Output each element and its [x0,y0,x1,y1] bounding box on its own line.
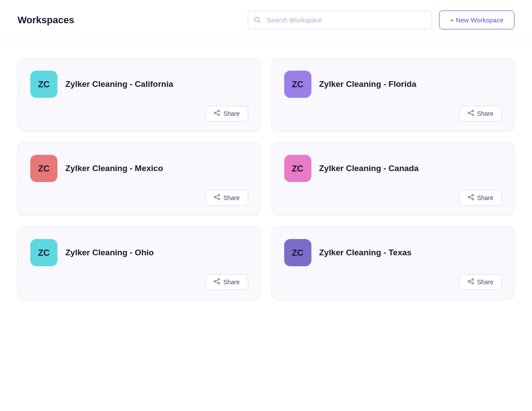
workspace-name: Zylker Cleaning - California [65,79,173,89]
workspace-card-top: ZC Zylker Cleaning - Florida [284,71,502,98]
workspace-card-top: ZC Zylker Cleaning - California [30,71,248,98]
workspace-avatar: ZC [284,239,311,266]
workspace-initials: ZC [292,248,303,258]
workspace-card-bottom: Share [30,182,248,206]
svg-line-10 [469,111,472,113]
share-icon [468,278,474,286]
share-button[interactable]: Share [459,106,502,122]
workspace-card-bottom: Share [284,182,502,206]
share-icon [468,194,474,202]
svg-line-15 [216,196,218,197]
share-label: Share [477,110,493,117]
share-label: Share [223,279,239,286]
share-button[interactable]: Share [459,274,502,290]
svg-line-6 [216,113,218,114]
svg-line-25 [216,280,218,281]
workspace-initials: ZC [38,248,50,258]
share-label: Share [223,110,239,117]
svg-line-20 [469,196,472,197]
workspace-avatar: ZC [284,71,311,98]
share-label: Share [223,194,239,201]
workspace-avatar: ZC [284,155,311,182]
search-container [248,11,432,29]
workspace-card-ohio: ZC Zylker Cleaning - Ohio S [18,226,261,300]
workspace-avatar: ZC [30,71,57,98]
workspace-avatar: ZC [30,239,57,266]
workspace-card-california: ZC Zylker Cleaning - California [18,58,261,132]
share-icon [214,194,220,202]
share-icon [468,110,474,118]
workspace-name: Zylker Cleaning - Florida [319,79,417,89]
workspace-name: Zylker Cleaning - Ohio [65,248,154,257]
workspace-card-top: ZC Zylker Cleaning - Texas [284,239,502,266]
workspace-initials: ZC [292,79,303,89]
share-button[interactable]: Share [205,274,248,290]
svg-line-1 [259,21,261,23]
workspace-card-canada: ZC Zylker Cleaning - Canada [271,142,515,216]
svg-line-16 [216,197,218,199]
workspace-card-top: ZC Zylker Cleaning - Mexico [30,155,248,182]
workspace-card-top: ZC Zylker Cleaning - Ohio [30,239,248,266]
header-actions: + New Workspace [248,11,514,29]
svg-line-5 [216,111,218,113]
workspace-card-mexico: ZC Zylker Cleaning - Mexico [18,142,261,216]
workspace-card-top: ZC Zylker Cleaning - Canada [284,155,502,182]
workspace-name: Zylker Cleaning - Mexico [65,164,163,173]
page-header: Workspaces + New Workspace [0,0,532,40]
share-button[interactable]: Share [205,190,248,206]
share-label: Share [477,194,493,201]
share-icon [214,278,220,286]
search-icon [254,17,261,24]
share-button[interactable]: Share [205,106,248,122]
workspace-card-texas: ZC Zylker Cleaning - Texas [271,226,515,300]
workspace-card-bottom: Share [284,266,502,290]
new-workspace-button[interactable]: + New Workspace [439,11,514,29]
share-button[interactable]: Share [459,190,502,206]
svg-line-30 [469,280,472,281]
workspace-card-bottom: Share [284,98,502,122]
svg-line-31 [469,282,472,283]
workspace-name: Zylker Cleaning - Texas [319,248,412,257]
workspace-initials: ZC [292,164,303,174]
page-title: Workspaces [18,14,74,26]
workspace-name: Zylker Cleaning - Canada [319,164,419,173]
svg-line-11 [469,113,472,114]
workspace-card-bottom: Share [30,266,248,290]
workspace-card-bottom: Share [30,98,248,122]
search-input[interactable] [248,11,432,29]
workspace-initials: ZC [38,164,50,174]
workspaces-grid: ZC Zylker Cleaning - California [0,40,532,318]
svg-line-26 [216,282,218,283]
workspace-initials: ZC [38,79,50,89]
share-label: Share [477,279,493,286]
workspace-card-florida: ZC Zylker Cleaning - Florida [271,58,515,132]
svg-line-21 [469,197,472,199]
share-icon [214,110,220,118]
workspace-avatar: ZC [30,155,57,182]
